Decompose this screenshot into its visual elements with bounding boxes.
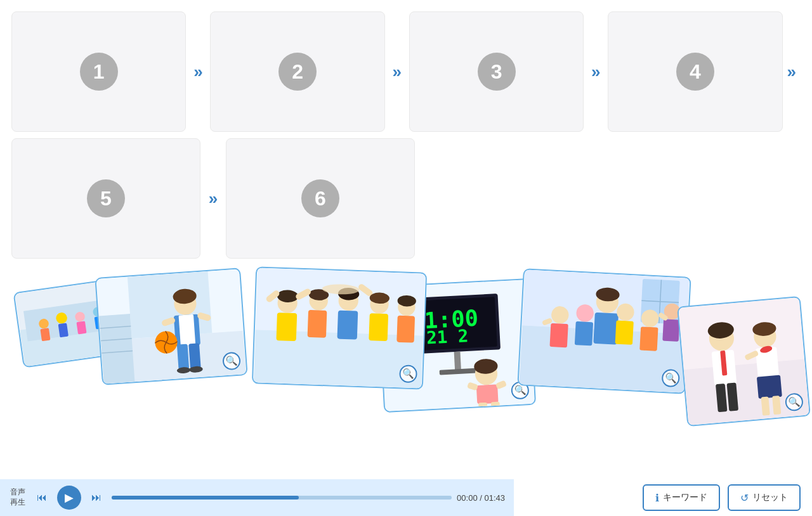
svg-rect-66 [491, 402, 501, 411]
story-card-4[interactable]: 4 [608, 11, 782, 132]
next-button[interactable]: ⏭ [88, 489, 105, 506]
arrow-5-6: » [200, 190, 226, 207]
scenes-area: 🔍 [0, 266, 812, 469]
keyword-label: キーワード [663, 492, 707, 503]
story-row-2: 5 » 6 [11, 138, 801, 259]
card-number-2: 2 [278, 53, 317, 91]
scene-card-e[interactable]: 🔍 [517, 268, 691, 394]
svg-rect-40 [308, 310, 327, 338]
card-number-1: 1 [80, 53, 118, 91]
card-number-5: 5 [87, 179, 125, 217]
story-card-2[interactable]: 2 [210, 11, 384, 132]
svg-rect-4 [40, 328, 50, 341]
svg-rect-65 [478, 403, 488, 411]
svg-rect-62 [476, 384, 499, 404]
svg-rect-100 [757, 375, 782, 399]
svg-rect-44 [337, 311, 358, 340]
reset-label: リセット [752, 492, 788, 503]
svg-rect-85 [662, 319, 679, 342]
arrow-1-2: » [186, 63, 210, 80]
reset-icon: ↺ [740, 492, 749, 504]
svg-rect-58 [454, 352, 461, 371]
arrow-2-3: » [385, 63, 409, 80]
right-buttons: ℹ キーワード ↺ リセット [643, 484, 801, 511]
svg-rect-48 [369, 313, 388, 341]
progress-bar[interactable] [112, 496, 452, 500]
story-card-6[interactable]: 6 [226, 138, 415, 259]
story-row-1: 1 » 2 » 3 » 4 » [11, 11, 801, 132]
svg-rect-27 [177, 344, 189, 370]
card-number-6: 6 [301, 179, 339, 217]
scene-card-b[interactable]: 🔍 [95, 268, 247, 385]
progress-fill [112, 496, 299, 500]
time-display: 00:00 / 01:43 [457, 493, 505, 503]
player-bar: 音声再生 ⏮ ▶ ⏭ 00:00 / 01:43 [0, 479, 514, 516]
svg-rect-79 [575, 321, 593, 346]
play-button[interactable]: ▶ [57, 486, 81, 510]
svg-rect-81 [615, 320, 634, 345]
svg-rect-28 [188, 343, 200, 368]
card-number-4: 4 [676, 53, 714, 91]
reset-button[interactable]: ↺ リセット [728, 484, 801, 511]
svg-rect-75 [593, 313, 619, 345]
svg-rect-36 [276, 313, 297, 341]
info-icon: ℹ [655, 492, 659, 504]
svg-rect-77 [549, 323, 568, 348]
svg-rect-8 [76, 321, 86, 334]
story-grid: 1 » 2 » 3 » 4 » 5 » 6 [0, 0, 812, 259]
progress-container: 00:00 / 01:43 [112, 493, 505, 503]
scene-illustration-b [96, 269, 246, 384]
svg-rect-51 [396, 316, 415, 343]
svg-rect-89 [684, 359, 809, 425]
story-card-1[interactable]: 1 [11, 11, 186, 132]
player-label: 音声再生 [9, 487, 27, 507]
arrow-4-end: » [783, 63, 801, 80]
scene-card-c[interactable]: 🔍 [252, 266, 427, 389]
svg-rect-15 [128, 271, 212, 339]
svg-rect-23 [179, 314, 196, 346]
svg-rect-83 [639, 326, 658, 351]
card-number-3: 3 [478, 53, 516, 91]
scene-card-f[interactable]: 🔍 [677, 296, 811, 427]
story-card-5[interactable]: 5 [11, 138, 200, 259]
keyword-button[interactable]: ℹ キーワード [643, 484, 720, 511]
svg-rect-16 [99, 314, 134, 384]
arrow-3-4: » [584, 63, 608, 80]
prev-button[interactable]: ⏮ [33, 489, 51, 506]
svg-text:21 2: 21 2 [426, 326, 469, 347]
story-card-3[interactable]: 3 [409, 11, 584, 132]
